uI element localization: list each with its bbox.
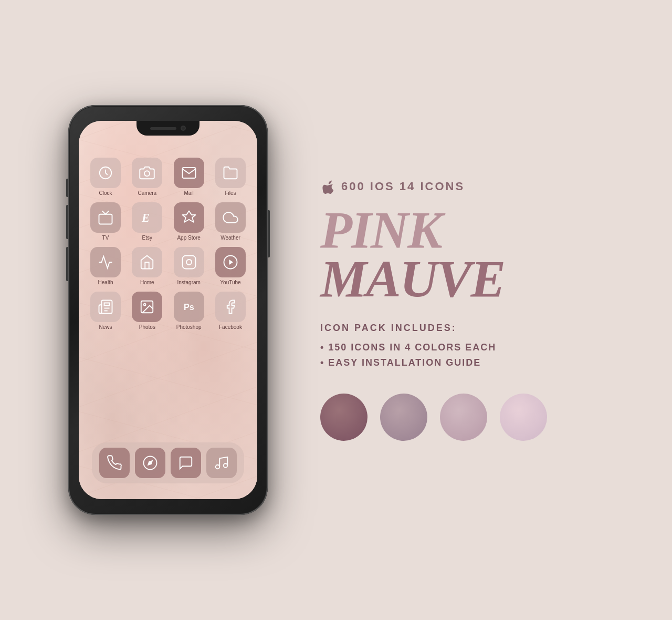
app-row-1: Clock Camera Mail [87, 158, 249, 196]
phone-container: Clock Camera Mail [68, 105, 268, 515]
app-icon-camera[interactable]: Camera [129, 158, 165, 196]
photos-icon-bg [132, 292, 162, 322]
swatch-pale-pink [500, 394, 547, 441]
phone-notch [136, 121, 200, 136]
svg-point-13 [216, 465, 220, 469]
volume-down-button [66, 247, 68, 281]
instagram-icon-bg [174, 247, 204, 277]
feature-list: 150 ICONS IN 4 COLORS EACH EASY INSTALLA… [320, 342, 496, 373]
svg-rect-2 [99, 214, 112, 224]
home-label: Home [140, 280, 154, 285]
photos-label: Photos [139, 324, 155, 330]
page-wrapper: Clock Camera Mail [0, 0, 672, 620]
volume-up-button [66, 205, 68, 239]
color-swatches [320, 394, 547, 441]
mail-label: Mail [184, 190, 193, 196]
speaker [150, 127, 176, 130]
badge-row: 600 iOS 14 ICONS [320, 179, 465, 194]
svg-marker-12 [148, 460, 153, 466]
swatch-medium-mauve [380, 394, 427, 441]
svg-text:Ps: Ps [184, 302, 194, 312]
health-icon-bg [90, 247, 121, 277]
app-grid: Clock Camera Mail [79, 147, 257, 336]
badge-text: 600 iOS 14 ICONS [341, 180, 465, 193]
app-icon-health[interactable]: Health [87, 247, 124, 285]
app-icon-clock[interactable]: Clock [87, 158, 124, 196]
app-row-3: Health Home Instagram [87, 247, 249, 285]
dock-music-icon[interactable] [206, 448, 237, 478]
tv-icon-bg [90, 202, 121, 233]
facebook-label: Facebook [219, 324, 242, 330]
etsy-icon-bg: E [132, 202, 162, 233]
svg-marker-7 [229, 260, 233, 265]
svg-rect-4 [182, 256, 195, 269]
files-label: Files [225, 190, 236, 196]
home-icon-bg [132, 247, 162, 277]
includes-heading: ICON PACK INCLUDES: [320, 323, 457, 334]
app-icon-mail[interactable]: Mail [171, 158, 207, 196]
dock-safari-icon[interactable] [135, 448, 165, 478]
app-icon-weather[interactable]: Weather [212, 202, 249, 241]
swatch-light-mauve [440, 394, 487, 441]
clock-icon-bg [90, 158, 121, 188]
apple-logo-icon [320, 179, 335, 194]
svg-point-14 [224, 463, 228, 468]
svg-text:E: E [141, 211, 150, 224]
front-camera [181, 126, 186, 131]
phone-frame: Clock Camera Mail [68, 105, 268, 515]
app-icon-facebook[interactable]: Facebook [212, 292, 249, 330]
title-line2: MAUVE [320, 254, 505, 304]
app-row-2: TV E Etsy App Store [87, 202, 249, 241]
news-icon-bg [90, 292, 121, 322]
app-icon-etsy[interactable]: E Etsy [129, 202, 165, 241]
photoshop-icon-bg: Ps [174, 292, 204, 322]
phone-screen: Clock Camera Mail [79, 121, 257, 499]
dock-messages-icon[interactable] [171, 448, 201, 478]
phone-dock [92, 442, 244, 483]
instagram-label: Instagram [177, 280, 200, 285]
etsy-label: Etsy [142, 235, 152, 241]
youtube-label: YouTube [220, 280, 240, 285]
photoshop-label: Photoshop [176, 324, 202, 330]
camera-label: Camera [138, 190, 157, 196]
mail-icon-bg [174, 158, 204, 188]
app-icon-youtube[interactable]: YouTube [212, 247, 249, 285]
app-icon-files[interactable]: Files [212, 158, 249, 196]
svg-point-1 [144, 171, 150, 176]
app-icon-appstore[interactable]: App Store [171, 202, 207, 241]
swatch-dark-mauve [320, 394, 368, 441]
weather-label: Weather [220, 235, 240, 241]
health-label: Health [98, 280, 113, 285]
facebook-icon-bg [215, 292, 246, 322]
appstore-label: App Store [177, 235, 200, 241]
files-icon-bg [215, 158, 246, 188]
app-icon-photos[interactable]: Photos [129, 292, 165, 330]
feature-item-1: 150 ICONS IN 4 COLORS EACH [320, 342, 496, 353]
weather-icon-bg [215, 202, 246, 233]
app-icon-home[interactable]: Home [129, 247, 165, 285]
tv-label: TV [102, 235, 109, 241]
app-icon-tv[interactable]: TV [87, 202, 124, 241]
clock-label: Clock [99, 190, 112, 196]
right-panel: 600 iOS 14 ICONS PINK MAUVE ICON PACK IN… [299, 169, 604, 451]
app-icon-instagram[interactable]: Instagram [171, 247, 207, 285]
youtube-icon-bg [215, 247, 246, 277]
news-label: News [99, 324, 112, 330]
dock-phone-icon[interactable] [99, 448, 130, 478]
appstore-icon-bg [174, 202, 204, 233]
camera-icon-bg [132, 158, 162, 188]
app-icon-news[interactable]: News [87, 292, 124, 330]
app-row-4: News Photos Ps Photoshop [87, 292, 249, 330]
title-line1: PINK [320, 206, 442, 254]
svg-point-9 [144, 304, 146, 306]
feature-item-2: EASY INSTALLATION GUIDE [320, 357, 496, 368]
power-button [268, 210, 270, 257]
mute-button [66, 179, 68, 197]
app-icon-photoshop[interactable]: Ps Photoshop [171, 292, 207, 330]
